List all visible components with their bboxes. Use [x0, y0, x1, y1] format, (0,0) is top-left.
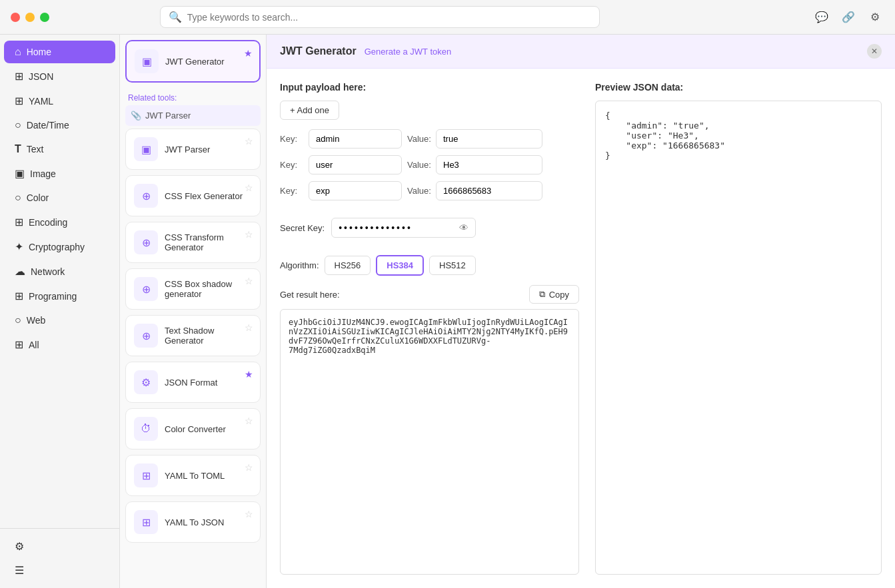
- value-label-3: Value:: [407, 186, 431, 196]
- algo-hs256-button[interactable]: HS256: [325, 256, 371, 275]
- network-icon: ☁: [15, 265, 25, 278]
- algo-hs512-button[interactable]: HS512: [429, 256, 476, 275]
- key-label-2: Key:: [280, 160, 303, 170]
- secret-key-input-wrap: 👁: [331, 218, 476, 238]
- traffic-lights: [11, 13, 49, 22]
- sidebar-item-text[interactable]: T Text: [4, 138, 115, 160]
- related-tool-jwt-parser[interactable]: 📎 JWT Parser: [125, 105, 261, 126]
- tool-card-css-flex[interactable]: ⊕ CSS Flex Generator ☆: [125, 175, 261, 216]
- sidebar-item-web[interactable]: ○ Web: [4, 309, 115, 332]
- tool-card-name: CSS Flex Generator: [165, 191, 252, 201]
- home-icon: ⌂: [15, 46, 21, 58]
- sidebar-item-color[interactable]: ○ Color: [4, 186, 115, 209]
- color-icon: ○: [15, 192, 21, 204]
- eye-icon[interactable]: 👁: [459, 222, 468, 233]
- related-tools-label: Related tools:: [125, 88, 261, 105]
- tool-card-name: JSON Format: [165, 378, 252, 388]
- add-one-button[interactable]: + Add one: [280, 101, 339, 120]
- sidebar-item-cryptography[interactable]: ✦ Cryptography: [4, 235, 115, 258]
- tool-card-color-converter[interactable]: ⏱ Color Converter ☆: [125, 408, 261, 449]
- search-bar[interactable]: 🔍: [160, 6, 600, 28]
- json-format-icon: ⚙: [134, 370, 158, 394]
- copy-button[interactable]: ⧉ Copy: [529, 285, 579, 304]
- sidebar-item-label: Home: [27, 47, 51, 57]
- tool-card-jwt-parser[interactable]: ▣ JWT Parser ☆: [125, 129, 261, 170]
- close-traffic-light[interactable]: [11, 13, 20, 22]
- sidebar-item-menu[interactable]: ☰: [4, 559, 115, 582]
- preview-section: Preview JSON data: { "admin": "true", "u…: [595, 82, 882, 575]
- star-filled-icon[interactable]: ★: [245, 369, 253, 380]
- jwt-generator-icon: ▣: [135, 49, 159, 73]
- tool-card-jwt-generator[interactable]: ▣ JWT Generator ★: [125, 40, 261, 83]
- input-payload-label: Input payload here:: [280, 82, 579, 93]
- link-icon: 📎: [131, 111, 141, 121]
- main-title: JWT Generator: [280, 45, 357, 57]
- secret-key-row: Secret Key: 👁: [280, 218, 476, 238]
- search-input[interactable]: [187, 12, 591, 23]
- web-icon: ○: [15, 314, 21, 326]
- result-textarea[interactable]: [280, 309, 579, 575]
- value-input-3[interactable]: [436, 181, 542, 200]
- sidebar-item-json[interactable]: ⊞ JSON: [4, 65, 115, 88]
- tool-card-yaml-json[interactable]: ⊞ YAML To JSON ☆: [125, 501, 261, 543]
- sidebar-item-label: JSON: [29, 71, 53, 82]
- close-button[interactable]: ✕: [867, 44, 882, 59]
- key-input-1[interactable]: [309, 129, 402, 148]
- chat-icon[interactable]: 💬: [812, 8, 831, 27]
- key-label-1: Key:: [280, 134, 303, 144]
- star-outline-icon[interactable]: ☆: [245, 416, 253, 426]
- settings-icon[interactable]: ⚙: [866, 8, 884, 27]
- sidebar-item-encoding[interactable]: ⊞ Encoding: [4, 210, 115, 234]
- algorithm-row: Algorithm: HS256 HS384 HS512: [280, 255, 476, 276]
- programing-icon: ⊞: [15, 290, 23, 302]
- algorithm-label: Algorithm:: [280, 260, 319, 270]
- star-outline-icon[interactable]: ☆: [245, 182, 253, 193]
- tool-card-text-shadow[interactable]: ⊕ Text Shadow Generator ☆: [125, 315, 261, 356]
- tool-card-css-boxshadow[interactable]: ⊕ CSS Box shadow generator ☆: [125, 268, 261, 310]
- result-label-row: Get result here: ⧉ Copy: [280, 285, 579, 304]
- menu-icon: ☰: [15, 564, 24, 577]
- sidebar-item-image[interactable]: ▣ Image: [4, 162, 115, 185]
- minimize-traffic-light[interactable]: [25, 13, 35, 22]
- kv-row-1: Key: Value:: [280, 129, 579, 148]
- search-icon: 🔍: [169, 11, 182, 23]
- tool-card-css-transform[interactable]: ⊕ CSS Transform Generator ☆: [125, 222, 261, 263]
- input-section: Input payload here: + Add one Key: Value…: [280, 82, 579, 575]
- main-subtitle: Generate a JWT token: [365, 47, 452, 57]
- star-filled-icon[interactable]: ★: [244, 48, 253, 59]
- key-input-2[interactable]: [309, 155, 402, 174]
- sidebar-item-settings[interactable]: ⚙: [4, 535, 115, 558]
- yaml-json-icon: ⊞: [134, 510, 158, 534]
- star-outline-icon[interactable]: ☆: [245, 462, 253, 473]
- star-outline-icon[interactable]: ☆: [245, 509, 253, 519]
- value-input-1[interactable]: [436, 129, 542, 148]
- kv-row-2: Key: Value:: [280, 155, 579, 174]
- sidebar-item-label: Web: [27, 315, 46, 326]
- middle-panel: ▣ JWT Generator ★ Related tools: 📎 JWT P…: [120, 35, 267, 588]
- fullscreen-traffic-light[interactable]: [40, 13, 49, 22]
- star-outline-icon[interactable]: ☆: [245, 229, 253, 240]
- star-outline-icon[interactable]: ☆: [245, 276, 253, 286]
- sidebar-item-datetime[interactable]: ○ Date/Time: [4, 114, 115, 137]
- sidebar-item-label: Image: [30, 168, 56, 179]
- algo-hs384-button[interactable]: HS384: [376, 255, 424, 276]
- sidebar-item-programing[interactable]: ⊞ Programing: [4, 284, 115, 308]
- preview-label: Preview JSON data:: [595, 82, 882, 93]
- sidebar-item-network[interactable]: ☁ Network: [4, 260, 115, 283]
- tool-card-json-format[interactable]: ⚙ JSON Format ★: [125, 362, 261, 403]
- sidebar-item-home[interactable]: ⌂ Home: [4, 41, 115, 63]
- key-input-3[interactable]: [309, 181, 402, 200]
- sidebar-item-yaml[interactable]: ⊞ YAML: [4, 89, 115, 113]
- sidebar-item-label: All: [29, 340, 39, 350]
- star-outline-icon[interactable]: ☆: [245, 136, 253, 147]
- yaml-icon: ⊞: [15, 95, 23, 107]
- sidebar-item-all[interactable]: ⊞ All: [4, 333, 115, 356]
- related-tool-name: JWT Parser: [145, 111, 191, 121]
- sidebar-item-label: Date/Time: [27, 120, 69, 131]
- share-icon[interactable]: 🔗: [839, 8, 858, 27]
- star-outline-icon[interactable]: ☆: [245, 322, 253, 333]
- tool-card-name: YAML To TOML: [165, 471, 252, 481]
- value-input-2[interactable]: [436, 155, 542, 174]
- tool-card-yaml-toml[interactable]: ⊞ YAML To TOML ☆: [125, 455, 261, 496]
- secret-key-input[interactable]: [339, 222, 455, 233]
